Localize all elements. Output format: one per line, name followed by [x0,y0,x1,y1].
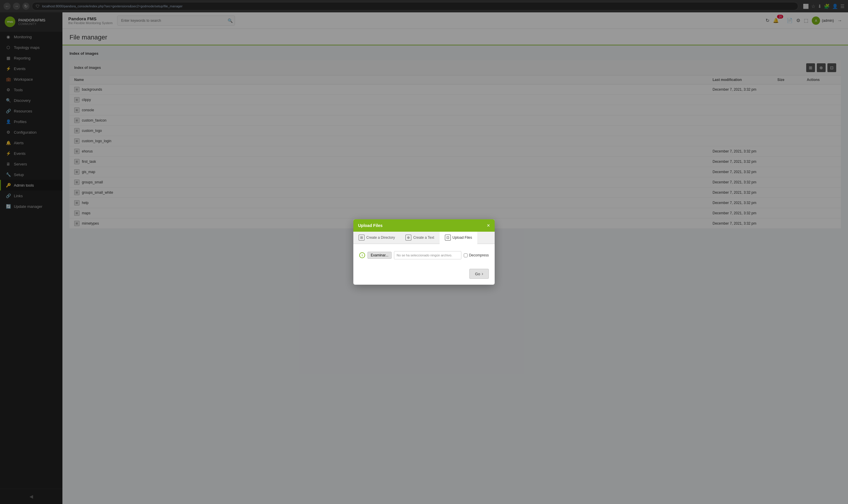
modal-body: i Examinar... No se ha seleccionado ning… [353,244,495,266]
upload-files-modal: Upload Files × ⊞ Create a Directory ⊕ Cr… [353,219,495,285]
tab-create-text[interactable]: ⊕ Create a Text [400,232,439,244]
decompress-text: Decompress [469,253,489,257]
tab-create-directory[interactable]: ⊞ Create a Directory [353,232,400,244]
tab-create-text-label: Create a Text [413,235,434,240]
decompress-checkbox[interactable] [464,253,468,257]
decompress-label: Decompress [464,253,489,257]
upload-row: i Examinar... No se ha seleccionado ning… [359,251,489,259]
modal-overlay[interactable]: Upload Files × ⊞ Create a Directory ⊕ Cr… [0,0,848,504]
go-label: Go [475,272,480,276]
info-icon: i [359,252,365,258]
modal-footer: Go › [353,266,495,285]
tab-create-directory-label: Create a Directory [366,235,395,240]
modal-tabs: ⊞ Create a Directory ⊕ Create a Text ⊡ U… [353,232,495,244]
tab-upload-files-label: Upload Files [453,235,472,240]
modal-close-button[interactable]: × [487,223,490,228]
go-arrow-icon: › [482,271,483,276]
tab-upload-files[interactable]: ⊡ Upload Files [439,232,477,244]
modal-title: Upload Files [358,223,382,228]
go-button[interactable]: Go › [469,269,489,279]
upload-files-icon: ⊡ [445,235,451,240]
file-choose-button[interactable]: Examinar... [367,252,392,259]
modal-header: Upload Files × [353,219,495,232]
create-text-icon: ⊕ [405,235,411,240]
file-input-display: No se ha seleccionado ningún archivo. [394,251,462,259]
create-directory-icon: ⊞ [359,235,364,240]
